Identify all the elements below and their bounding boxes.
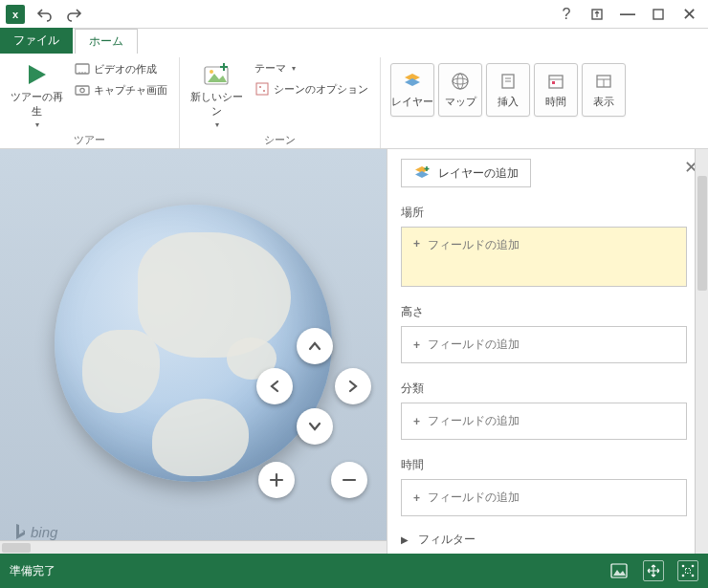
svg-marker-2	[29, 65, 46, 84]
excel-logo-icon: x	[6, 5, 25, 24]
content-area: bing ✕ レイヤーの追加 場所 + フィールドの追加 高さ + フィールドの…	[0, 149, 708, 554]
svg-rect-1	[653, 10, 663, 19]
theme-button[interactable]: テーマ ▾	[251, 59, 372, 77]
insert-button[interactable]: 挿入	[486, 63, 530, 117]
title-bar: x ? — ✕	[0, 0, 708, 29]
tilt-up-button[interactable]	[297, 328, 333, 364]
insert-label: 挿入	[498, 95, 519, 109]
category-add-field[interactable]: + フィールドの追加	[401, 403, 687, 440]
capture-screen-button[interactable]: キャプチャ画面	[71, 80, 171, 99]
filter-section-toggle[interactable]: ▶ フィルター	[401, 532, 687, 548]
map-horizontal-scrollbar[interactable]	[0, 540, 387, 554]
status-fullscreen-icon[interactable]	[677, 560, 698, 581]
chevron-down-icon: ▾	[292, 64, 296, 73]
section-label: 高さ	[401, 304, 687, 320]
play-tour-button[interactable]: ツアーの再生 ▾	[8, 59, 65, 131]
layer-label: レイヤー	[391, 95, 433, 109]
map-button[interactable]: マップ	[438, 63, 482, 117]
layer-button[interactable]: レイヤー	[390, 63, 434, 117]
camera-icon	[75, 82, 90, 98]
add-field-text: フィールドの追加	[428, 337, 520, 353]
scene-options-label: シーンのオプション	[274, 82, 368, 97]
zoom-in-button[interactable]	[258, 462, 295, 498]
svg-marker-26	[415, 171, 429, 178]
add-field-text: フィールドの追加	[428, 237, 520, 253]
zoom-out-button[interactable]	[331, 462, 367, 498]
rotate-left-button[interactable]	[256, 368, 293, 404]
layers-icon	[403, 72, 422, 91]
ribbon-mini-buttons: レイヤー マップ 挿入 時間 表示	[387, 57, 630, 148]
ribbon-group-label: シーン	[188, 131, 372, 149]
ribbon-tabs: ファイル ホーム	[0, 29, 708, 54]
options-icon	[254, 81, 270, 97]
svg-point-4	[78, 72, 80, 74]
layer-panel: ✕ レイヤーの追加 場所 + フィールドの追加 高さ + フィールドの追加 分類	[387, 149, 708, 554]
svg-point-31	[682, 575, 685, 577]
svg-point-18	[453, 74, 468, 89]
status-picture-icon[interactable]	[608, 560, 630, 581]
ribbon-options-button[interactable]	[584, 3, 610, 26]
minimize-button[interactable]: —	[614, 3, 641, 26]
bing-attribution: bing	[13, 523, 57, 540]
rotate-right-button[interactable]	[335, 368, 371, 404]
section-label: 分類	[401, 381, 687, 397]
svg-point-19	[453, 78, 468, 84]
location-add-field[interactable]: + フィールドの追加	[401, 227, 687, 287]
new-scene-label: 新しいシーン	[189, 90, 243, 119]
view-button[interactable]: 表示	[582, 63, 626, 117]
chevron-down-icon: ▾	[215, 120, 219, 129]
svg-rect-33	[686, 569, 691, 574]
svg-marker-28	[613, 570, 626, 576]
svg-point-29	[682, 565, 685, 568]
time-add-field[interactable]: + フィールドの追加	[401, 479, 687, 516]
calendar-icon	[546, 72, 565, 91]
svg-marker-17	[405, 78, 420, 86]
svg-point-11	[210, 70, 213, 74]
help-button[interactable]: ?	[553, 3, 580, 26]
bing-icon	[13, 523, 27, 540]
new-scene-button[interactable]: 新しいシーン ▾	[188, 59, 245, 131]
play-icon	[21, 61, 52, 88]
add-layer-label: レイヤーの追加	[438, 165, 519, 182]
tilt-down-button[interactable]	[297, 408, 333, 445]
redo-button[interactable]	[63, 3, 86, 26]
plus-icon: +	[413, 415, 420, 428]
section-category: 分類 + フィールドの追加	[401, 381, 687, 440]
svg-point-20	[457, 74, 463, 89]
ribbon-group-label: ツアー	[8, 131, 171, 149]
svg-point-15	[263, 90, 265, 92]
map-pane[interactable]: bing	[0, 149, 387, 554]
window-icon	[594, 72, 613, 91]
layers-add-icon	[413, 164, 431, 182]
svg-point-6	[84, 72, 86, 74]
close-button[interactable]: ✕	[675, 3, 702, 26]
globe-3d[interactable]	[55, 205, 332, 482]
add-layer-button[interactable]: レイヤーの追加	[401, 159, 531, 187]
height-add-field[interactable]: + フィールドの追加	[401, 326, 687, 363]
time-label: 時間	[545, 95, 566, 109]
time-button[interactable]: 時間	[534, 63, 578, 117]
tab-home[interactable]: ホーム	[75, 29, 138, 54]
svg-point-5	[81, 72, 83, 74]
svg-rect-13	[256, 83, 268, 95]
section-label: 時間	[401, 457, 687, 473]
video-icon	[75, 61, 90, 76]
add-field-text: フィールドの追加	[428, 413, 520, 429]
scene-options-button[interactable]: シーンのオプション	[251, 79, 372, 98]
maximize-button[interactable]	[645, 3, 672, 26]
chevron-down-icon: ▾	[35, 120, 39, 129]
panel-vertical-scrollbar[interactable]	[695, 149, 708, 554]
plus-icon: +	[413, 237, 420, 250]
status-move-icon[interactable]	[643, 560, 664, 581]
textbox-icon	[498, 72, 518, 91]
status-text: 準備完了	[10, 563, 55, 579]
globe-icon	[451, 72, 470, 91]
svg-point-30	[692, 565, 695, 568]
section-time: 時間 + フィールドの追加	[401, 457, 687, 516]
svg-point-32	[692, 575, 695, 577]
undo-button[interactable]	[33, 3, 55, 26]
add-field-text: フィールドの追加	[428, 490, 520, 506]
create-video-button[interactable]: ビデオの作成	[71, 59, 171, 78]
tab-file[interactable]: ファイル	[0, 28, 73, 54]
view-label: 表示	[593, 95, 614, 109]
